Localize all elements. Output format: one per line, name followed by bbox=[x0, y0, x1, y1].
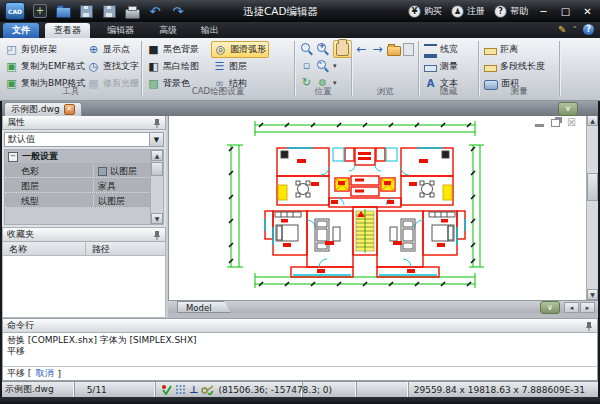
column-name[interactable]: 名称 bbox=[3, 242, 85, 255]
distance-button[interactable]: 距离 bbox=[484, 42, 518, 57]
minimize-button[interactable]: ─ bbox=[537, 6, 550, 17]
pan-button[interactable] bbox=[333, 40, 352, 58]
preset-dropdown[interactable]: 默认值 ▼ bbox=[4, 132, 164, 147]
scroll-down-icon[interactable]: ▼ bbox=[151, 213, 163, 224]
folder-return-icon bbox=[387, 46, 401, 56]
tab-advanced[interactable]: 高级 bbox=[150, 23, 186, 38]
new-file-button[interactable]: + bbox=[32, 4, 48, 19]
layers-icon: ☰ bbox=[213, 60, 226, 73]
property-value: 家具 bbox=[98, 180, 116, 193]
tab-editor[interactable]: 编辑器 bbox=[98, 23, 143, 38]
scroll-up-icon[interactable]: ▲ bbox=[587, 115, 598, 126]
group-label-hide: 隐藏 bbox=[420, 86, 477, 98]
show-points-button[interactable]: ⊕显示点 bbox=[87, 42, 130, 57]
tab-file[interactable]: 文件 bbox=[3, 23, 39, 38]
document-tab[interactable]: 示例图.dwg ✕ bbox=[4, 102, 82, 116]
zoom-select-button[interactable]: ▫ bbox=[300, 58, 313, 73]
bw-drawing-button[interactable]: ◧黑白绘图 bbox=[147, 59, 199, 74]
scroll-down-icon[interactable]: ▼ bbox=[587, 289, 598, 300]
layers-button[interactable]: ☰图层 bbox=[213, 59, 247, 74]
property-grid: − 一般设置 色彩 以图层 图层 家具 线型 以图层 ▲ ▼ bbox=[4, 149, 164, 225]
canvas-vertical-scrollbar[interactable]: ▲ ▼ bbox=[586, 115, 598, 300]
ortho-icon[interactable]: ⊥ bbox=[189, 384, 198, 395]
collapse-ribbon-icon[interactable]: ˄ bbox=[573, 25, 578, 35]
page-icon bbox=[403, 43, 414, 56]
command-history[interactable]: 替换 [COMPLEX.shx] 字体为 [SIMPLEX.SHX] 平移 bbox=[3, 333, 597, 370]
ribbon-group-browse: ← → 浏览 bbox=[353, 38, 417, 99]
mdi-restore-icon[interactable] bbox=[551, 119, 560, 127]
property-group-row[interactable]: − 一般设置 bbox=[5, 150, 153, 163]
print-button[interactable] bbox=[124, 4, 140, 19]
key-icon[interactable] bbox=[201, 384, 214, 395]
app-window: CAD + ↶ ↷ 迅捷CAD编辑器 ¥购买 ♟注册 ?帮助 ─ □ ✕ 文件 … bbox=[0, 0, 600, 404]
help-circle-icon[interactable]: ? bbox=[583, 24, 594, 35]
polyline-length-button[interactable]: 多段线长度 bbox=[484, 59, 545, 74]
scrollbar-thumb[interactable] bbox=[151, 162, 163, 176]
register-button[interactable]: ♟注册 bbox=[451, 5, 485, 18]
grid-snap-icon[interactable] bbox=[175, 384, 186, 395]
properties-scrollbar[interactable]: ▲ ▼ bbox=[150, 150, 163, 224]
close-button[interactable]: ✕ bbox=[581, 6, 594, 17]
scroll-left-icon[interactable]: ◂ bbox=[564, 302, 579, 313]
pin-icon[interactable] bbox=[585, 321, 593, 331]
model-tab[interactable]: Model bbox=[177, 301, 231, 313]
property-row-layer[interactable]: 图层 家具 bbox=[5, 178, 153, 193]
window-title: 迅捷CAD编辑器 bbox=[243, 0, 318, 22]
mdi-minimize-icon[interactable] bbox=[535, 124, 544, 127]
arrow-left-icon: ← bbox=[355, 43, 368, 56]
page-view-button[interactable] bbox=[403, 42, 414, 57]
zoom-window-button[interactable] bbox=[300, 41, 313, 56]
drawing-canvas[interactable]: ☒ bbox=[168, 115, 586, 300]
mdi-close-icon[interactable]: ☒ bbox=[567, 118, 576, 127]
docbar-chevron-button[interactable]: ∨ bbox=[558, 102, 578, 116]
buy-button[interactable]: ¥购买 bbox=[408, 5, 442, 18]
chevron-down-icon[interactable]: ▼ bbox=[149, 133, 163, 146]
open-file-button[interactable] bbox=[55, 4, 71, 19]
status-segment-empty bbox=[357, 382, 408, 397]
strip-chevron-button[interactable]: ∨ bbox=[540, 301, 560, 314]
find-text-button[interactable]: ◷查找文字 bbox=[87, 59, 139, 74]
maximize-button[interactable]: □ bbox=[559, 6, 572, 17]
marker-icon[interactable] bbox=[161, 384, 172, 395]
status-segment-empty bbox=[303, 382, 357, 397]
scrollbar-thumb[interactable] bbox=[587, 173, 598, 201]
crop-icon: ◰ bbox=[5, 43, 18, 56]
arc-icon: ◎ bbox=[214, 43, 227, 56]
close-document-icon[interactable]: ✕ bbox=[64, 104, 75, 115]
black-background-button[interactable]: ■黑色背景 bbox=[147, 42, 199, 57]
open-recent-button[interactable] bbox=[387, 42, 401, 57]
cancel-option[interactable]: 取消 bbox=[35, 367, 53, 380]
save-as-button[interactable] bbox=[101, 4, 117, 19]
scroll-right-icon[interactable]: ▸ bbox=[580, 302, 595, 313]
ribbon-tab-strip: 文件 查看器 编辑器 高级 输出 ✎ ˄ ? bbox=[0, 22, 600, 38]
line-width-button[interactable]: 线宽 bbox=[424, 42, 458, 57]
copy-emf-button[interactable]: ▣复制为EMF格式 bbox=[5, 59, 85, 74]
pen-icon[interactable]: ✎ bbox=[558, 24, 566, 35]
distance-icon bbox=[484, 48, 497, 55]
save-button[interactable] bbox=[78, 4, 94, 19]
copy-icon: ▣ bbox=[5, 60, 18, 73]
property-row-color[interactable]: 色彩 以图层 bbox=[5, 163, 153, 178]
help-button[interactable]: ?帮助 bbox=[494, 5, 528, 18]
smooth-arc-button[interactable]: ◎圆滑弧形 bbox=[211, 41, 269, 58]
forward-button[interactable]: → bbox=[371, 42, 384, 57]
column-path[interactable]: 路径 bbox=[85, 242, 165, 255]
redo-button[interactable]: ↷ bbox=[170, 4, 186, 19]
scroll-up-icon[interactable]: ▲ bbox=[151, 150, 163, 161]
pin-icon[interactable] bbox=[153, 230, 161, 240]
tab-output[interactable]: 输出 bbox=[192, 23, 228, 38]
collapse-icon[interactable]: − bbox=[8, 152, 18, 162]
clip-frame-button[interactable]: ◰剪切框架 bbox=[5, 42, 57, 57]
ribbon-group-tools: ◰剪切框架 ▣复制为EMF格式 ▣复制为BMP格式 ⊕显示点 ◷查找文字 ▦修剪… bbox=[2, 38, 140, 99]
zoom-out-button[interactable]: -▾ bbox=[316, 58, 337, 73]
back-button[interactable]: ← bbox=[355, 42, 368, 57]
command-input[interactable]: 平移 [ 取消 ] bbox=[3, 366, 597, 380]
undo-button[interactable]: ↶ bbox=[147, 4, 163, 19]
app-logo[interactable]: CAD bbox=[5, 2, 25, 20]
favorites-list[interactable] bbox=[2, 256, 166, 318]
property-name: 线型 bbox=[21, 195, 39, 208]
tab-viewer[interactable]: 查看器 bbox=[45, 23, 90, 38]
property-row-linetype[interactable]: 线型 以图层 bbox=[5, 193, 153, 208]
pin-icon[interactable] bbox=[153, 118, 161, 128]
hide-measure-button[interactable]: 测量 bbox=[424, 59, 458, 74]
